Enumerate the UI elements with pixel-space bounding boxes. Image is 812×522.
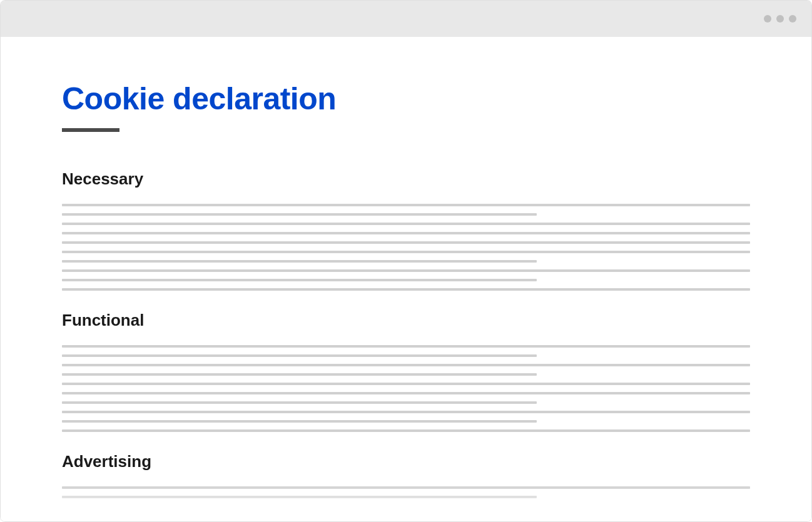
- placeholder-line: [62, 279, 537, 281]
- content-area: Cookie declaration Necessary Functional: [1, 37, 811, 521]
- placeholder-line: [62, 223, 750, 225]
- section-advertising: Advertising: [62, 452, 750, 498]
- placeholder-line: [62, 496, 537, 498]
- browser-chrome: [1, 1, 811, 37]
- section-heading: Necessary: [62, 169, 750, 189]
- window-control-dot[interactable]: [789, 15, 796, 23]
- placeholder-line: [62, 204, 750, 206]
- placeholder-line: [62, 354, 537, 357]
- section-heading: Advertising: [62, 452, 750, 471]
- placeholder-line: [62, 232, 750, 234]
- placeholder-line: [62, 288, 750, 291]
- placeholder-line: [62, 260, 537, 263]
- placeholder-line: [62, 251, 750, 253]
- placeholder-line: [62, 486, 750, 489]
- title-underline: [62, 128, 119, 132]
- placeholder-line: [62, 429, 750, 432]
- placeholder-line: [62, 241, 750, 244]
- section-heading: Functional: [62, 311, 750, 330]
- placeholder-line: [62, 364, 750, 366]
- placeholder-line: [62, 383, 750, 385]
- page-title: Cookie declaration: [62, 81, 750, 117]
- placeholder-line: [62, 411, 750, 413]
- window-control-dot[interactable]: [764, 15, 771, 23]
- section-necessary: Necessary: [62, 169, 750, 291]
- placeholder-content: [62, 204, 750, 291]
- placeholder-line: [62, 213, 537, 216]
- browser-frame: Cookie declaration Necessary Functional: [0, 0, 812, 522]
- placeholder-content: [62, 486, 750, 498]
- placeholder-line: [62, 373, 537, 376]
- placeholder-content: [62, 345, 750, 432]
- placeholder-line: [62, 401, 537, 404]
- window-control-dot[interactable]: [776, 15, 784, 23]
- placeholder-line: [62, 420, 537, 423]
- placeholder-line: [62, 392, 750, 394]
- placeholder-line: [62, 345, 750, 348]
- placeholder-line: [62, 269, 750, 272]
- section-functional: Functional: [62, 311, 750, 432]
